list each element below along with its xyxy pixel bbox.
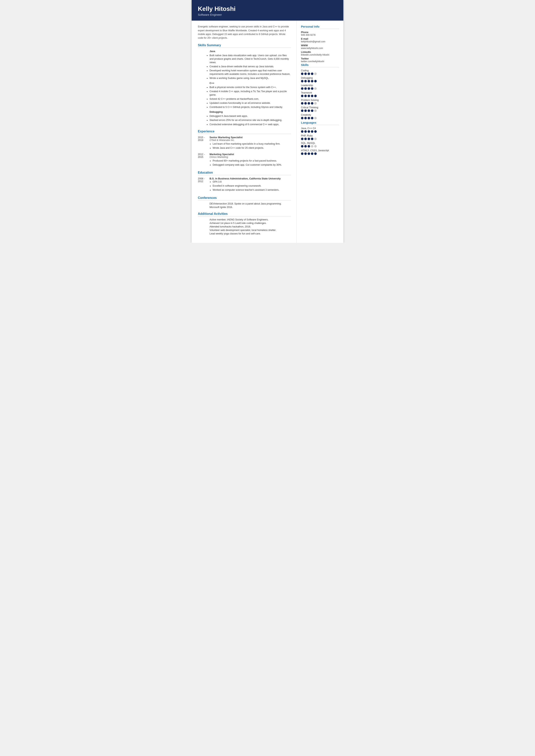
dot-filled (311, 138, 313, 140)
exp-bullets: Produced 60+ marketing projects for a fa… (210, 159, 291, 167)
exp-title: Marketing Specialist (210, 153, 291, 156)
dot-empty (314, 109, 317, 112)
dot-filled (314, 95, 317, 97)
education-section: Education 2008 - 2012B.S. in Business Ad… (198, 171, 291, 192)
skill-bar-row: PHP, Ruby (301, 134, 339, 140)
skill-bar-label: Coding (301, 69, 339, 72)
dot-filled (308, 72, 310, 75)
skill-group-title: C++ (198, 82, 291, 85)
info-value: kellyhitoshi@gmail.com (301, 40, 339, 43)
dot-filled (304, 152, 307, 155)
skill-dots (301, 95, 339, 97)
dot-filled (304, 117, 307, 119)
skill-bar-label: HTML5, CSS3, Javascript (301, 149, 339, 152)
dot-filled (308, 95, 310, 97)
edu-title: B.S. in Business Administration, Califor… (210, 177, 291, 180)
skill-dots (301, 109, 339, 112)
skill-dots (301, 152, 339, 155)
dot-filled (314, 80, 317, 82)
skills-title: Skills (301, 63, 339, 67)
exp-date: 2015 - 2019 (198, 136, 210, 150)
list-item: Built a physical remote control for the … (210, 86, 291, 89)
skill-dots (301, 72, 339, 75)
dot-filled (301, 102, 303, 105)
personal-info-title: Personal Info (301, 25, 339, 29)
activities-section: Additional Activities Active member, IAE… (198, 212, 291, 235)
skill-dots (301, 102, 339, 105)
list-item: Created 4 mobile C++ apps, including a T… (210, 90, 291, 96)
activities-title: Additional Activities (198, 212, 291, 216)
activities-list: Active member, IAENG Society of Software… (198, 218, 291, 235)
dot-filled (308, 130, 310, 133)
info-label: Twitter (301, 57, 339, 60)
education-title: Education (198, 171, 291, 175)
info-label: Phone (301, 31, 339, 34)
dot-empty (311, 145, 313, 148)
dot-empty (314, 72, 317, 75)
dot-filled (308, 152, 310, 155)
dot-filled (301, 109, 303, 112)
dot-empty (314, 145, 317, 148)
dot-filled (304, 102, 307, 105)
edu-bullets: GPA 3.8Excelled in software engineering … (210, 180, 291, 192)
header: Kelly Hitoshi Software Engineer (192, 0, 343, 21)
list-item: Debugged 9 Java-based web apps. (210, 114, 291, 118)
skill-group-title: Java (198, 50, 291, 53)
candidate-name: Kelly Hitoshi (198, 6, 337, 12)
skill-bar-label: PHP, Ruby (301, 134, 339, 137)
right-column: Personal Info Phone949-300-9278E-mailkel… (297, 21, 343, 243)
dot-filled (301, 72, 303, 75)
list-item: Developed working hotel reservation syst… (210, 69, 291, 76)
skills-summary-section: Skills Summary JavaBuilt native Java dat… (198, 43, 291, 126)
dot-filled (308, 138, 310, 140)
dot-empty (314, 117, 317, 119)
dot-filled (311, 130, 313, 133)
skill-bar-label: Creativity (301, 114, 339, 116)
skill-bar-row: HTML5, CSS3, Javascript (301, 149, 339, 155)
languages-section: Languages Java, C++ C#PHP, RubySQL, MySQ… (301, 121, 339, 155)
skill-bar-row: Creativity (301, 114, 339, 119)
info-label: WWW (301, 44, 339, 47)
list-item: Wrote Java and C++ code for 25 client pr… (212, 146, 291, 150)
list-item: Created a Java-driven website that serve… (210, 65, 291, 68)
exp-company: Orinco Marketing (210, 156, 291, 158)
conferences-list: DEVintersection 2018. Spoke on a panel a… (198, 202, 291, 208)
dot-filled (304, 109, 307, 112)
activity-item: Volunteer web development specialist, lo… (198, 229, 291, 231)
list-item: GPA 3.8 (212, 180, 291, 183)
languages-title: Languages (301, 121, 339, 125)
exp-detail: Senior Marketing SpecialistO'Neil & Wata… (210, 136, 291, 150)
dot-empty (314, 138, 317, 140)
skill-bar-row: Coding (301, 69, 339, 75)
skill-bar-row: Teamwork (301, 91, 339, 97)
dot-filled (311, 102, 313, 105)
conferences-title: Conferences (198, 196, 291, 201)
dot-filled (314, 152, 317, 155)
list-item: Solved 42 C++ problems at HackerRank.com… (210, 97, 291, 101)
skills-bars: CodingDebuggingLeadershipTeamworkProblem… (301, 69, 339, 119)
dot-filled (301, 152, 303, 155)
edu-date: 2008 - 2012 (198, 177, 210, 192)
skill-group-bullets: Built a physical remote control for the … (198, 86, 291, 109)
skill-bar-row: Critical Thinking (301, 106, 339, 112)
exp-bullets: Led team of five marketing specialists i… (210, 142, 291, 150)
dot-filled (311, 87, 313, 90)
skills-summary-title: Skills Summary (198, 43, 291, 48)
skill-dots (301, 145, 339, 148)
skills-section: Skills CodingDebuggingLeadershipTeamwork… (301, 63, 339, 119)
dot-filled (311, 109, 313, 112)
dot-filled (308, 102, 310, 105)
list-item: Excelled in software engineering coursew… (212, 184, 291, 188)
experience-item: 2012 - 2015Marketing SpecialistOrinco Ma… (198, 153, 291, 167)
dot-filled (301, 117, 303, 119)
exp-company: O'Neil & Watanabe Inc. (210, 139, 291, 142)
dot-filled (311, 117, 313, 119)
conference-item: Microsoft Ignite 2016. (198, 206, 291, 208)
list-item: Wrote a working Sudoku game using Java a… (210, 76, 291, 80)
conference-item: DEVintersection 2018. Spoke on a panel a… (198, 202, 291, 205)
experience-list: 2015 - 2019Senior Marketing SpecialistO'… (198, 136, 291, 168)
personal-info-list: Phone949-300-9278E-mailkellyhitoshi@gmai… (301, 31, 339, 63)
skill-group-title: Debugging (198, 110, 291, 113)
list-item: Contributed to 5 C++ GitHub projects, in… (210, 105, 291, 109)
list-item: Debugged company web app. Cut customer c… (212, 163, 291, 167)
